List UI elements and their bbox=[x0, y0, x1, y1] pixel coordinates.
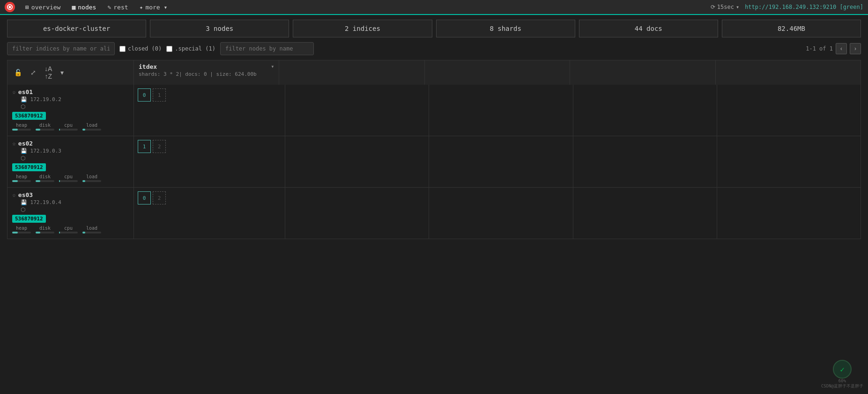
node-metrics: heap disk cpu bbox=[12, 174, 129, 182]
closed-checkbox[interactable] bbox=[119, 46, 126, 52]
nav-right: ⟳ 15sec ▾ http://192.168.249.132:9210 [g… bbox=[711, 4, 863, 10]
empty-cell-4 bbox=[717, 188, 861, 239]
nav-more[interactable]: ✦ more ▾ bbox=[135, 2, 172, 13]
disk-bar bbox=[36, 232, 40, 233]
node-id-badge: 536870912 bbox=[12, 112, 46, 120]
nav-nodes-label: nodes bbox=[78, 4, 96, 11]
nodes-filter-input[interactable] bbox=[220, 42, 314, 55]
empty-cell-3 bbox=[573, 188, 717, 239]
disk-label: disk bbox=[39, 123, 51, 128]
nav-items: ⊞ overview ▦ nodes ✎ rest ✦ more ▾ bbox=[21, 2, 711, 13]
node-row: ☆ es02 💾 172.19.0.3 ⬡ 536870912 heap dis… bbox=[7, 136, 861, 188]
node-type-icon: ⬡ bbox=[21, 103, 129, 110]
node-controls: 🔓 ⤢ ↓A↑Z ▾ bbox=[7, 60, 134, 85]
star-icon[interactable]: ☆ bbox=[12, 191, 16, 198]
node-ip: 💾 172.19.0.4 bbox=[21, 199, 129, 205]
refresh-control[interactable]: ⟳ 15sec ▾ bbox=[711, 4, 739, 10]
sort-button[interactable]: ↓A↑Z bbox=[43, 64, 54, 81]
empty-cell-2 bbox=[429, 136, 573, 187]
indices-filter-input[interactable] bbox=[7, 42, 115, 55]
cpu-bar-container bbox=[59, 180, 78, 182]
refresh-interval: 15sec bbox=[717, 4, 734, 10]
cluster-stat: es-docker-cluster bbox=[7, 20, 146, 37]
disk-icon: 💾 bbox=[21, 199, 27, 205]
disk-bar bbox=[36, 180, 40, 182]
empty-cell-4 bbox=[717, 85, 861, 136]
main-table: 🔓 ⤢ ↓A↑Z ▾ itdex shards: 3 * 2| docs: 0 … bbox=[7, 60, 861, 239]
empty-cell-2 bbox=[429, 188, 573, 239]
heap-label: heap bbox=[16, 123, 27, 128]
disk-bar-container bbox=[36, 180, 54, 182]
heap-bar-container bbox=[12, 180, 31, 182]
next-page-button[interactable]: › bbox=[850, 43, 861, 54]
cpu-bar-container bbox=[59, 129, 78, 131]
load-bar bbox=[82, 129, 85, 131]
node-info: ☆ es03 💾 172.19.0.4 ⬡ 536870912 heap dis… bbox=[7, 188, 134, 239]
size-value: 82.46MB bbox=[778, 25, 805, 32]
cpu-metric: cpu bbox=[59, 174, 78, 182]
prev-page-button[interactable]: ‹ bbox=[836, 43, 847, 54]
more-icon: ✦ bbox=[140, 4, 143, 11]
disk-label: disk bbox=[39, 174, 51, 179]
shard-cells: 12 bbox=[134, 136, 285, 187]
cpu-bar bbox=[59, 129, 60, 131]
shard-box-primary[interactable]: 0 bbox=[138, 88, 151, 102]
cluster-name: es-docker-cluster bbox=[43, 25, 110, 32]
node-name: es02 bbox=[18, 140, 33, 147]
shard-box-replica[interactable]: 2 bbox=[153, 140, 166, 153]
empty-col-4 bbox=[716, 60, 861, 85]
node-row: ☆ es01 💾 172.19.0.2 ⬡ 536870912 heap dis… bbox=[7, 85, 861, 136]
load-bar bbox=[82, 180, 85, 182]
more-options-button[interactable]: ▾ bbox=[59, 68, 66, 77]
watermark: ✓ 60% CSDN@蓝胖子不是胖子 bbox=[821, 360, 863, 389]
shard-box-replica[interactable]: 2 bbox=[153, 191, 166, 204]
docs-stat: 44 docs bbox=[579, 20, 718, 37]
nav-overview-label: overview bbox=[31, 4, 61, 11]
special-filter-label[interactable]: .special (1) bbox=[166, 45, 215, 52]
disk-metric: disk bbox=[36, 226, 54, 233]
indices-count: 2 indices bbox=[345, 25, 380, 32]
load-bar-container bbox=[82, 129, 101, 131]
node-id-badge: 536870912 bbox=[12, 215, 46, 223]
closed-filter-label[interactable]: closed (0) bbox=[119, 45, 162, 52]
pagination-text: 1-1 of 1 bbox=[806, 45, 833, 52]
shard-box-replica[interactable]: 1 bbox=[153, 88, 166, 102]
nodes-stat: 3 nodes bbox=[150, 20, 289, 37]
special-checkbox[interactable] bbox=[166, 46, 172, 52]
shard-cells: 01 bbox=[134, 85, 285, 136]
special-label: .special (1) bbox=[175, 45, 215, 52]
heap-label: heap bbox=[16, 226, 27, 231]
shard-box-primary[interactable]: 0 bbox=[138, 191, 151, 204]
node-name: es01 bbox=[18, 88, 33, 95]
star-icon[interactable]: ☆ bbox=[12, 140, 16, 147]
index-meta: shards: 3 * 2| docs: 0 | size: 624.00b bbox=[139, 71, 257, 77]
lock-button[interactable]: 🔓 bbox=[12, 68, 24, 77]
empty-col-3 bbox=[570, 60, 715, 85]
load-bar bbox=[82, 232, 85, 233]
empty-cell-1 bbox=[285, 188, 429, 239]
load-label: load bbox=[86, 226, 97, 231]
disk-icon: 💾 bbox=[21, 148, 27, 154]
disk-label: disk bbox=[39, 226, 51, 231]
nav-more-label: more ▾ bbox=[145, 4, 167, 11]
cpu-bar bbox=[59, 232, 60, 233]
nav-rest[interactable]: ✎ rest bbox=[103, 2, 133, 13]
shard-box-primary[interactable]: 1 bbox=[138, 140, 151, 153]
index-dropdown-arrow[interactable]: ▾ bbox=[271, 63, 274, 70]
heap-bar-container bbox=[12, 232, 31, 233]
expand-button[interactable]: ⤢ bbox=[29, 68, 38, 77]
grid-icon: ⊞ bbox=[25, 4, 29, 11]
nav-nodes[interactable]: ▦ nodes bbox=[67, 2, 101, 13]
disk-icon: 💾 bbox=[21, 96, 27, 102]
empty-cell-1 bbox=[285, 85, 429, 136]
load-label: load bbox=[86, 123, 97, 128]
watermark-label: CSDN@蓝胖子不是胖子 bbox=[821, 383, 863, 389]
nav-overview[interactable]: ⊞ overview bbox=[21, 2, 65, 13]
node-metrics: heap disk cpu bbox=[12, 123, 129, 131]
heap-bar bbox=[12, 129, 18, 131]
shards-stat: 8 shards bbox=[436, 20, 575, 37]
server-url: http://192.168.249.132:9210 [green] bbox=[745, 4, 863, 10]
nav-rest-label: rest bbox=[113, 4, 128, 11]
star-icon[interactable]: ☆ bbox=[12, 88, 16, 95]
load-metric: load bbox=[82, 123, 101, 131]
